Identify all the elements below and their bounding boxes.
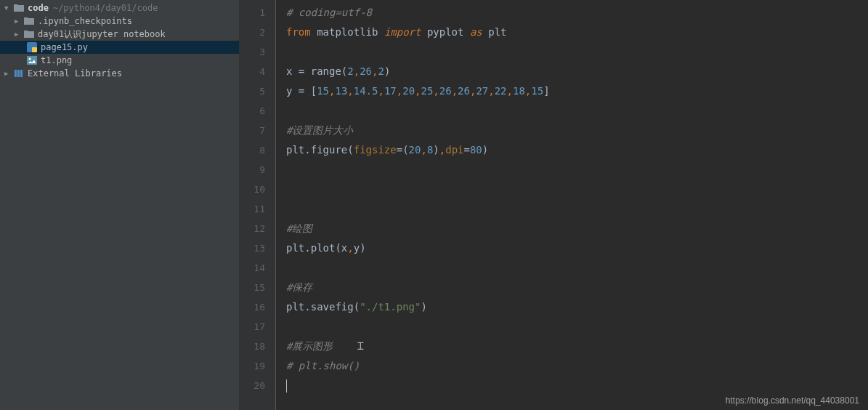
- code-token: ,: [415, 85, 421, 97]
- code-line[interactable]: #设置图片大小: [286, 121, 868, 140]
- tree-folder-day01[interactable]: ▶ day01认识jupyter notebook: [0, 28, 239, 41]
- svg-point-3: [29, 58, 31, 60]
- code-token: 18: [513, 85, 525, 97]
- code-line[interactable]: from matplotlib import pyplot as plt: [286, 23, 868, 42]
- code-token: 15: [531, 85, 543, 97]
- line-number: 18: [240, 337, 265, 356]
- code-token: x = range(: [286, 65, 347, 77]
- code-token: y = [: [286, 85, 317, 97]
- code-token: plt: [488, 26, 506, 38]
- chevron-right-icon[interactable]: ▶: [15, 31, 22, 38]
- caret: [286, 379, 287, 393]
- chevron-right-icon[interactable]: ▶: [15, 17, 22, 25]
- code-line[interactable]: [286, 199, 868, 219]
- tree-root-folder[interactable]: ▼ code ~/python4/day01/code: [0, 1, 239, 15]
- code-line[interactable]: # plt.show(): [286, 356, 868, 376]
- code-line[interactable]: [286, 258, 868, 278]
- line-number: 20: [240, 376, 265, 395]
- watermark-text: https://blog.csdn.net/qq_44038001: [726, 395, 859, 406]
- code-token: plt.savefig(: [286, 301, 360, 313]
- code-token: pyplot: [427, 26, 470, 38]
- code-line[interactable]: # coding=utf-8: [286, 3, 868, 23]
- code-token: ,: [347, 242, 353, 254]
- code-token: ,: [452, 85, 458, 97]
- line-number: 6: [240, 101, 265, 121]
- line-number: 16: [240, 297, 265, 317]
- tree-item-label: page15.py: [41, 42, 88, 52]
- library-icon: [13, 68, 25, 79]
- code-token: import: [384, 26, 427, 38]
- project-tree[interactable]: ▼ code ~/python4/day01/code ▶ .ipynb_che…: [0, 0, 240, 410]
- chevron-right-icon[interactable]: ▶: [4, 70, 12, 77]
- line-number: 17: [240, 317, 265, 337]
- code-line[interactable]: #保存: [286, 278, 868, 297]
- line-number: 9: [240, 160, 265, 180]
- code-token: dpi: [445, 144, 463, 156]
- tree-item-label: External Libraries: [28, 68, 122, 79]
- code-line[interactable]: x = range(2,26,2): [286, 62, 868, 81]
- code-token: ,: [397, 85, 402, 97]
- code-token: ,: [354, 65, 360, 77]
- line-number: 10: [240, 180, 265, 199]
- code-line[interactable]: [286, 317, 868, 337]
- code-token: 15: [317, 85, 329, 97]
- code-token: 17: [384, 85, 397, 97]
- code-line[interactable]: [286, 101, 868, 121]
- root-folder-name: code: [28, 3, 49, 13]
- tree-item-label: t1.png: [41, 55, 72, 65]
- tree-file-page15[interactable]: page15.py: [0, 41, 239, 54]
- tree-file-t1png[interactable]: t1.png: [0, 54, 239, 67]
- code-token: # plt.show(): [286, 360, 360, 371]
- code-token: ,: [488, 85, 494, 97]
- code-content[interactable]: # coding=utf-8from matplotlib import pyp…: [276, 0, 868, 410]
- text-cursor-icon: Ꮖ: [333, 340, 364, 352]
- code-token: 20: [409, 144, 421, 156]
- code-token: 13: [335, 85, 347, 97]
- tree-folder-checkpoints[interactable]: ▶ .ipynb_checkpoints: [0, 15, 239, 28]
- line-number: 12: [240, 219, 265, 238]
- code-line[interactable]: plt.plot(x,y): [286, 238, 868, 258]
- code-token: 2: [347, 65, 353, 77]
- code-token: matplotlib: [317, 26, 384, 38]
- code-token: #保存: [286, 281, 312, 293]
- code-token: 25: [421, 85, 434, 97]
- python-file-icon: [26, 42, 38, 52]
- line-number: 2: [240, 23, 265, 42]
- code-token: #绘图: [286, 222, 312, 234]
- code-line[interactable]: #绘图: [286, 219, 868, 238]
- tree-item-label: day01认识jupyter notebook: [38, 28, 166, 41]
- code-token: # coding=utf-8: [286, 7, 372, 18]
- code-line[interactable]: #展示图形 Ꮖ: [286, 337, 868, 356]
- code-token: ,: [378, 85, 384, 97]
- code-line[interactable]: [286, 376, 868, 395]
- code-line[interactable]: [286, 42, 868, 62]
- code-line[interactable]: plt.figure(figsize=(20,8),dpi=80): [286, 140, 868, 160]
- code-token: =(: [397, 144, 409, 156]
- code-token: ]: [543, 85, 549, 97]
- code-token: ): [433, 144, 439, 156]
- tree-external-libraries[interactable]: ▶ External Libraries: [0, 67, 239, 80]
- line-number: 1: [240, 3, 265, 23]
- code-line[interactable]: plt.savefig("./t1.png"): [286, 297, 868, 317]
- code-token: 26: [439, 85, 452, 97]
- code-editor[interactable]: 1234567891011121314151617181920 # coding…: [240, 0, 868, 410]
- code-token: ): [482, 144, 488, 156]
- code-token: 80: [470, 144, 482, 156]
- line-number-gutter: 1234567891011121314151617181920: [240, 0, 276, 410]
- root-folder-path: ~/python4/day01/code: [53, 3, 158, 13]
- code-line[interactable]: [286, 180, 868, 199]
- code-token: 2: [378, 65, 384, 77]
- code-token: ,: [439, 144, 445, 156]
- code-token: 27: [476, 85, 488, 97]
- code-token: #设置图片大小: [286, 124, 353, 136]
- chevron-down-icon[interactable]: ▼: [4, 4, 12, 12]
- code-token: figsize: [354, 144, 397, 156]
- line-number: 15: [240, 278, 265, 297]
- folder-icon: [13, 3, 25, 13]
- code-line[interactable]: y = [15,13,14.5,17,20,25,26,26,27,22,18,…: [286, 81, 868, 101]
- tree-item-label: .ipynb_checkpoints: [38, 16, 132, 26]
- folder-icon: [23, 29, 35, 39]
- code-line[interactable]: [286, 160, 868, 180]
- line-number: 7: [240, 121, 265, 140]
- code-token: ,: [421, 144, 426, 156]
